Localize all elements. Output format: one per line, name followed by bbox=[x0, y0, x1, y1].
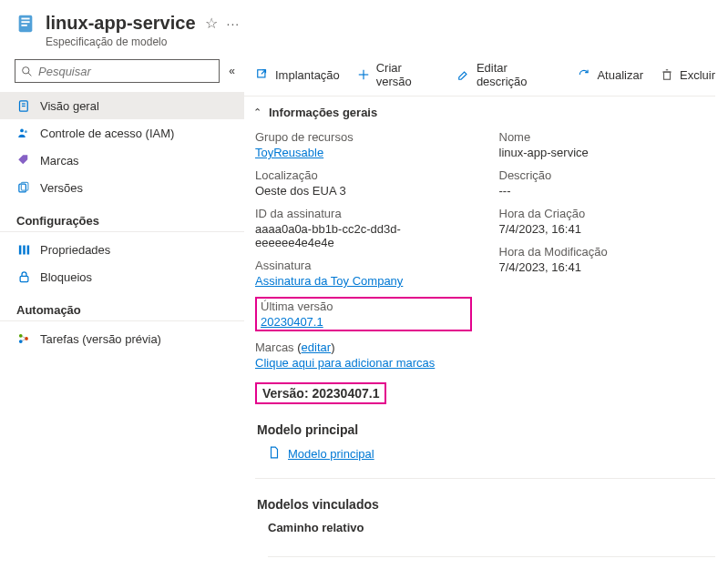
subscription-id-value: aaaa0a0a-bb1b-cc2c-dd3d-eeeeee4e4e4e bbox=[255, 222, 472, 249]
relative-path-header: Caminho relativo bbox=[268, 521, 715, 544]
modified-time-value: 7/4/2023, 16:41 bbox=[499, 260, 716, 274]
svg-rect-2 bbox=[21, 21, 29, 23]
location-value: Oeste dos EUA 3 bbox=[255, 184, 472, 198]
search-icon bbox=[21, 66, 33, 77]
main-template-link[interactable]: Modelo principal bbox=[288, 447, 374, 461]
svg-rect-16 bbox=[20, 276, 28, 281]
svg-point-18 bbox=[18, 340, 22, 343]
last-version-label: Última versão bbox=[261, 300, 467, 313]
search-box[interactable] bbox=[15, 59, 220, 83]
separator bbox=[255, 478, 715, 479]
created-time-value: 7/4/2023, 16:41 bbox=[499, 222, 716, 236]
svg-rect-26 bbox=[663, 72, 670, 79]
sidebar-item-locks[interactable]: Bloqueios bbox=[0, 263, 244, 290]
file-icon bbox=[268, 446, 281, 462]
svg-point-10 bbox=[24, 130, 26, 133]
tool-label: Excluir bbox=[680, 68, 715, 82]
version-heading-highlight: Versão: 20230407.1 bbox=[255, 382, 715, 404]
main-template-row: Modelo principal bbox=[268, 446, 715, 462]
tags-add-link[interactable]: Clique aqui para adicionar marcas bbox=[255, 356, 472, 370]
deploy-icon bbox=[255, 67, 270, 82]
trash-icon bbox=[660, 67, 674, 82]
general-info-section-header[interactable]: ⌃ Informações gerais bbox=[244, 96, 715, 128]
people-icon bbox=[16, 126, 31, 140]
resource-group-label: Grupo de recursos bbox=[255, 130, 472, 144]
deploy-button[interactable]: Implantação bbox=[255, 67, 340, 82]
sidebar-item-overview[interactable]: Visão geral bbox=[0, 92, 244, 119]
page-header: linux-app-service ☆ ··· Especificação de… bbox=[0, 0, 728, 56]
svg-point-4 bbox=[23, 66, 29, 73]
tags-edit-link[interactable]: editar bbox=[302, 340, 332, 354]
tool-label: Editar descrição bbox=[477, 61, 561, 88]
page-subtitle: Especificação de modelo bbox=[46, 36, 240, 48]
location-label: Localização bbox=[255, 168, 472, 182]
subscription-label: Assinatura bbox=[255, 259, 472, 272]
left-panel: « Visão geral Controle de acesso (IAM) M… bbox=[0, 56, 244, 569]
subscription-link[interactable]: Assinatura da Toy Company bbox=[255, 274, 472, 288]
more-menu-icon[interactable]: ··· bbox=[227, 16, 241, 31]
chevron-down-icon: ⌃ bbox=[253, 107, 261, 118]
created-time-label: Hora da Criação bbox=[499, 207, 716, 220]
main-content: Implantação Criar versão Editar descriçã… bbox=[244, 56, 728, 569]
tool-label: Implantação bbox=[275, 68, 340, 82]
last-version-link[interactable]: 20230407.1 bbox=[261, 315, 467, 329]
template-spec-icon bbox=[15, 13, 36, 35]
svg-rect-3 bbox=[21, 25, 26, 26]
pencil-icon bbox=[456, 67, 471, 82]
sidebar-item-label: Versões bbox=[40, 181, 83, 195]
tags-label-row: Marcas (editar) bbox=[255, 340, 472, 354]
lock-icon bbox=[16, 269, 31, 284]
sidebar-item-properties[interactable]: Propriedades bbox=[0, 236, 244, 263]
name-value: linux-app-service bbox=[499, 146, 716, 159]
refresh-icon bbox=[577, 67, 591, 82]
command-bar: Implantação Criar versão Editar descriçã… bbox=[244, 56, 715, 96]
sidebar-item-label: Propriedades bbox=[40, 243, 110, 257]
collapse-sidebar-icon[interactable]: « bbox=[229, 65, 235, 77]
subscription-id-label: ID da assinatura bbox=[255, 207, 472, 220]
modified-time-label: Hora da Modificação bbox=[499, 245, 716, 259]
no-linked-models-text: Sem modelos vinculados bbox=[268, 556, 715, 569]
svg-point-17 bbox=[18, 333, 22, 337]
sidebar-item-access-control[interactable]: Controle de acesso (IAM) bbox=[0, 119, 244, 147]
svg-line-5 bbox=[28, 73, 31, 76]
refresh-button[interactable]: Atualizar bbox=[577, 67, 643, 82]
tags-label: Marcas bbox=[255, 340, 294, 354]
create-version-button[interactable]: Criar versão bbox=[356, 61, 440, 88]
sidebar-item-versions[interactable]: Versões bbox=[0, 174, 244, 201]
tool-label: Criar versão bbox=[376, 61, 440, 88]
svg-rect-1 bbox=[21, 18, 29, 20]
sidebar-item-tags[interactable]: Marcas bbox=[0, 147, 244, 174]
tag-icon bbox=[16, 153, 31, 168]
svg-line-21 bbox=[22, 339, 26, 340]
tool-label: Atualizar bbox=[597, 68, 643, 82]
search-input[interactable] bbox=[38, 65, 213, 78]
edit-description-button[interactable]: Editar descrição bbox=[456, 61, 560, 88]
sidebar-item-label: Visão geral bbox=[40, 99, 99, 113]
svg-rect-15 bbox=[26, 245, 29, 254]
versions-icon bbox=[16, 180, 31, 195]
last-version-highlight: Última versão 20230407.1 bbox=[255, 297, 472, 331]
sidebar-item-label: Tarefas (versão prévia) bbox=[40, 332, 161, 346]
svg-point-19 bbox=[25, 337, 28, 340]
properties-grid: Grupo de recursos ToyReusable Localizaçã… bbox=[244, 128, 715, 370]
sidebar-heading-config: Configurações bbox=[0, 201, 244, 232]
plus-icon bbox=[356, 67, 371, 82]
tasks-icon bbox=[16, 331, 31, 346]
sidebar-item-tasks[interactable]: Tarefas (versão prévia) bbox=[0, 325, 244, 352]
general-info-title: Informações gerais bbox=[269, 106, 377, 119]
page-title: linux-app-service bbox=[46, 13, 196, 34]
sidebar-heading-automation: Automação bbox=[0, 290, 244, 321]
svg-point-9 bbox=[20, 128, 24, 132]
sidebar-item-label: Controle de acesso (IAM) bbox=[40, 127, 174, 140]
properties-icon bbox=[16, 242, 31, 257]
delete-button[interactable]: Excluir bbox=[660, 67, 715, 82]
main-model-heading: Modelo principal bbox=[257, 422, 715, 437]
name-label: Nome bbox=[499, 130, 716, 144]
svg-rect-13 bbox=[18, 245, 21, 254]
resource-group-link[interactable]: ToyReusable bbox=[255, 146, 472, 159]
version-heading: Versão: 20230407.1 bbox=[262, 386, 379, 401]
overview-icon bbox=[16, 98, 31, 113]
favorite-star-icon[interactable]: ☆ bbox=[205, 15, 218, 32]
linked-models-heading: Modelos vinculados bbox=[257, 497, 715, 512]
svg-rect-14 bbox=[23, 245, 26, 254]
